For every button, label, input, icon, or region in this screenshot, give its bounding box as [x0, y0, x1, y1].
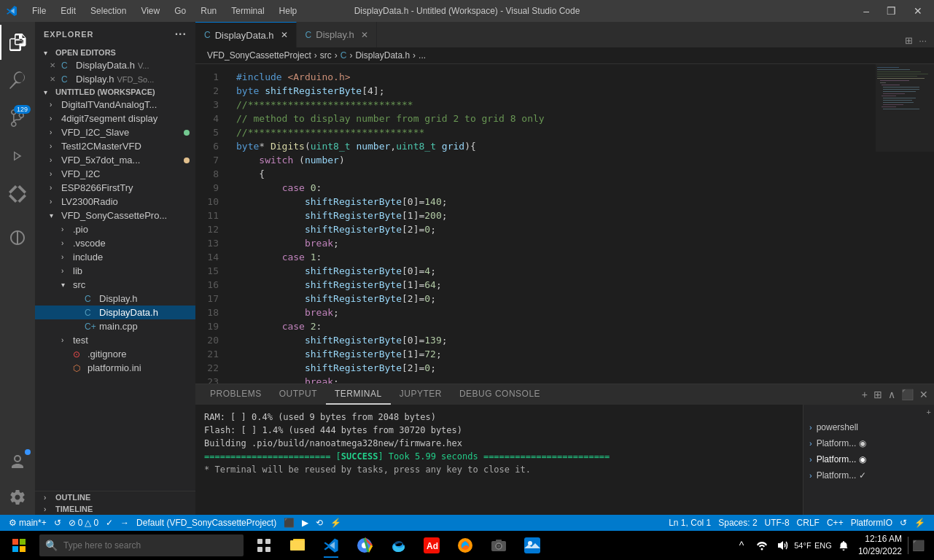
tree-item-esp8266[interactable]: › ESP8266FirstTry — [35, 181, 195, 195]
status-language[interactable]: C++ — [824, 515, 847, 531]
systray-speaker[interactable] — [774, 537, 791, 554]
split-editor-icon[interactable]: ⊞ — [903, 34, 914, 47]
status-sync[interactable]: ↺ — [51, 515, 64, 531]
panel-tab-jupyter[interactable]: JUPYTER — [391, 384, 451, 405]
taskbar-vscode[interactable] — [315, 531, 347, 560]
status-check[interactable]: ✓ — [103, 515, 116, 531]
activity-explorer[interactable] — [0, 25, 35, 60]
status-notifications[interactable]: ⚡ — [911, 515, 928, 531]
activity-run[interactable] — [0, 139, 35, 174]
activity-extensions[interactable] — [0, 176, 35, 211]
workspace-section[interactable]: ▾ UNTITLED (WORKSPACE) — [35, 86, 195, 98]
terminal-platform-3[interactable]: › Platform... ✓ — [803, 467, 934, 483]
tree-item-vfd-i2c-slave[interactable]: › VFD_I2C_Slave — [35, 125, 195, 139]
menu-view[interactable]: View — [135, 4, 166, 18]
panel-close-icon[interactable]: ✕ — [919, 389, 928, 400]
timeline-section[interactable]: › TIMELINE — [35, 503, 195, 515]
minimize-button[interactable]: – — [857, 4, 875, 18]
status-pio-test[interactable]: ⚡ — [327, 515, 344, 531]
taskbar-chrome[interactable] — [349, 531, 381, 560]
status-pio-build[interactable]: ⬛ — [281, 515, 297, 531]
tree-item-platformio[interactable]: › ⬡ platformio.ini — [35, 361, 195, 375]
tree-item-test[interactable]: › test — [35, 333, 195, 347]
systray-temp[interactable]: 54°F — [794, 537, 812, 554]
tree-item-pio[interactable]: › .pio — [35, 222, 195, 236]
terminal-platform-2[interactable]: › Platform... ◉ — [803, 451, 934, 467]
open-editor-displaydata[interactable]: ✕ C DisplayData.h V... — [35, 58, 195, 72]
status-platformio[interactable]: PlatformIO — [848, 515, 895, 531]
systray-network[interactable] — [753, 537, 771, 554]
panel-maximize-icon[interactable]: ⬛ — [901, 389, 914, 400]
status-pio-upload[interactable]: ⟲ — [313, 515, 326, 531]
taskbar-file-explorer[interactable] — [281, 531, 314, 560]
tree-item-testi2c[interactable]: › TestI2CMasterVFD — [35, 139, 195, 153]
restore-button[interactable]: ❒ — [881, 4, 902, 18]
tree-item-displayh[interactable]: › C Display.h — [35, 292, 195, 306]
status-spaces[interactable]: Spaces: 2 — [715, 515, 760, 531]
systray-language[interactable]: ENG — [814, 537, 832, 554]
taskbar-acrobat[interactable]: Ad — [416, 531, 448, 560]
status-arrow[interactable]: → — [117, 515, 132, 531]
tree-item-lv2300[interactable]: › LV2300Radio — [35, 195, 195, 209]
menu-file[interactable]: File — [26, 4, 52, 18]
tree-item-gitignore[interactable]: › ⊙ .gitignore — [35, 347, 195, 361]
breadcrumb-workspace[interactable]: VFD_SonyCassetteProject — [207, 50, 311, 61]
systray-notification[interactable] — [835, 537, 852, 554]
menu-terminal[interactable]: Terminal — [225, 4, 270, 18]
status-feedback[interactable]: ↺ — [897, 515, 910, 531]
taskbar-search-input[interactable] — [63, 540, 238, 551]
tab-close-display[interactable]: ✕ — [359, 29, 370, 41]
tree-item-vfd-i2c[interactable]: › VFD_I2C — [35, 167, 195, 181]
activity-search[interactable] — [0, 63, 35, 98]
status-git[interactable]: ⚙ main*+ — [6, 515, 50, 531]
status-pio-run[interactable]: ▶ — [299, 515, 311, 531]
panel-up-icon[interactable]: ∧ — [888, 389, 895, 400]
split-terminal-icon[interactable]: ⊞ — [873, 389, 882, 400]
tab-displaydata[interactable]: C DisplayData.h ✕ — [195, 22, 297, 47]
start-button[interactable] — [3, 531, 35, 560]
status-eol[interactable]: CRLF — [794, 515, 822, 531]
menu-run[interactable]: Run — [195, 4, 222, 18]
tree-item-vscode[interactable]: › .vscode — [35, 236, 195, 250]
taskbar-search-box[interactable]: 🔍 — [39, 534, 244, 556]
taskbar-edge[interactable] — [382, 531, 414, 560]
terminal-platform-1[interactable]: › Platform... ◉ — [803, 435, 934, 451]
show-desktop-icon[interactable]: ⬛ — [908, 537, 925, 554]
system-clock[interactable]: 12:16 AM 10/29/2022 — [855, 533, 905, 558]
terminal-powershell[interactable]: › powershell — [803, 419, 934, 435]
open-editor-display[interactable]: ✕ C Display.h VFD_So... — [35, 72, 195, 86]
status-encoding[interactable]: UTF-8 — [762, 515, 793, 531]
tree-item-maincpp[interactable]: › C+ main.cpp — [35, 319, 195, 333]
activity-settings[interactable] — [0, 480, 35, 515]
new-terminal-btn[interactable]: + — [803, 405, 934, 419]
panel-tab-debug[interactable]: DEBUG CONSOLE — [451, 384, 549, 405]
open-editors-section[interactable]: ▾ OPEN EDITORS — [35, 47, 195, 58]
tree-item-vfd-sony[interactable]: ▾ VFD_SonyCassettePro... — [35, 209, 195, 222]
activity-source-control[interactable]: 129 — [0, 101, 35, 136]
panel-tab-problems[interactable]: PROBLEMS — [201, 384, 271, 405]
tree-item-include[interactable]: › include — [35, 250, 195, 264]
breadcrumb-symbol[interactable]: ... — [419, 50, 426, 61]
status-env[interactable]: Default (VFD_SonyCassetteProject) — [133, 515, 279, 531]
breadcrumb-file[interactable]: DisplayData.h — [355, 50, 410, 61]
terminal-content[interactable]: RAM: [ ] 0.4% (used 9 bytes from 2048 by… — [195, 405, 803, 515]
taskbar-firefox[interactable] — [449, 531, 481, 560]
outline-section[interactable]: › OUTLINE — [35, 491, 195, 503]
menu-selection[interactable]: Selection — [85, 4, 132, 18]
menu-help[interactable]: Help — [273, 4, 303, 18]
taskbar-taskview[interactable] — [248, 531, 280, 560]
tree-item-src[interactable]: ▾ src — [35, 278, 195, 292]
close-button[interactable]: ✕ — [908, 4, 928, 18]
tree-item-displaydatah[interactable]: › C DisplayData.h — [35, 306, 195, 319]
taskbar-photos[interactable] — [516, 531, 548, 560]
status-position[interactable]: Ln 1, Col 1 — [666, 515, 714, 531]
tree-item-4digit[interactable]: › 4digit7segment display — [35, 112, 195, 125]
new-terminal-icon[interactable]: + — [862, 389, 868, 400]
activity-pio[interactable] — [0, 220, 35, 255]
tree-item-lib[interactable]: › lib — [35, 264, 195, 278]
menu-edit[interactable]: Edit — [55, 4, 82, 18]
menu-go[interactable]: Go — [168, 4, 192, 18]
tree-item-digitalTV[interactable]: › DigitalTVandAnalogT... — [35, 98, 195, 112]
panel-tab-output[interactable]: OUTPUT — [271, 384, 326, 405]
breadcrumb-src[interactable]: src — [320, 50, 332, 61]
